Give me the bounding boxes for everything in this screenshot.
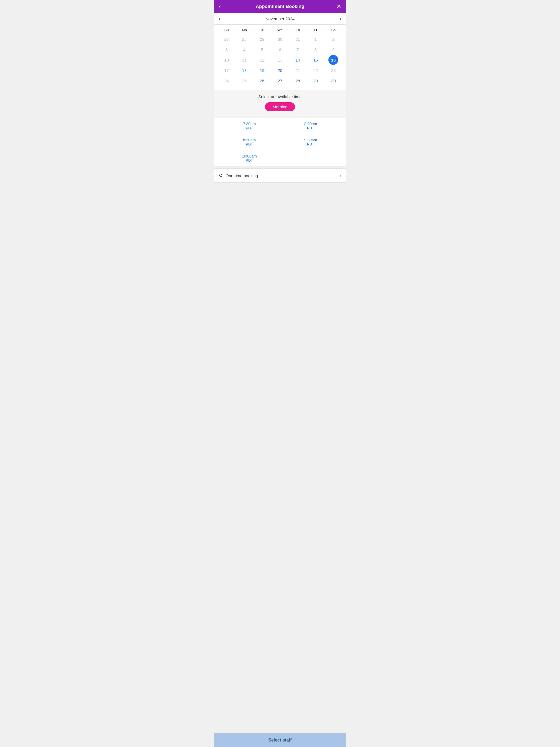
day-name-mo: Mo [235,27,253,33]
calendar-day[interactable]: 28 [293,76,303,85]
day-name-fr: Fr [307,27,325,33]
slot-time: 10:00am [221,154,278,158]
calendar-day: 28 [239,34,249,44]
month-label: November 2024 [265,17,295,21]
time-slot[interactable]: 7:30amPDT [219,118,280,134]
slot-tz: PDT [282,126,339,130]
calendar-day: 7 [293,45,303,54]
prev-month-button[interactable]: ‹ [217,15,223,23]
calendar-day: 6 [275,45,285,54]
slot-time: 9:30am [282,138,339,142]
back-button[interactable]: ‹ [217,2,223,11]
time-slot[interactable]: 10:00amPDT [219,150,280,166]
calendar-day: 29 [257,34,267,44]
calendar-day: 21 [293,66,303,75]
time-slot[interactable]: 8:00amPDT [280,118,341,134]
calendar-day[interactable]: 30 [328,76,338,85]
calendar-day: 10 [222,55,232,65]
day-name-su: Su [218,27,235,33]
chevron-right-icon: › [339,173,341,179]
slot-tz: PDT [282,142,339,146]
calendar-day[interactable]: 15 [311,55,321,65]
calendar-day: 12 [257,55,267,65]
morning-filter-button[interactable]: Morning [265,102,295,111]
calendar-day: 17 [222,66,232,75]
calendar-day: 27 [222,34,232,44]
calendar-day[interactable]: 19 [257,66,267,75]
calendar-day: 24 [222,76,232,85]
one-time-booking-row[interactable]: ↺ One-time booking › [214,169,346,183]
select-time-label: Select an available time [214,94,346,99]
calendar-day: 8 [311,45,321,54]
calendar-day[interactable]: 18 [239,66,249,75]
calendar-day: 1 [311,34,321,44]
calendar-day: 31 [293,34,303,44]
day-name-th: Th [289,27,307,33]
calendar-day: 22 [311,66,321,75]
calendar-day: 11 [239,55,249,65]
slot-time: 8:00am [282,122,339,126]
app-header: ‹ Appointment Booking ✕ [214,0,346,13]
calendar-day: 25 [239,76,249,85]
calendar-day: 30 [275,34,285,44]
slot-time: 7:30am [221,122,278,126]
day-name-sa: Sa [325,27,342,33]
one-time-booking-label: One-time booking [226,173,258,178]
calendar-day[interactable]: 14 [293,55,303,65]
calendar-day[interactable]: 27 [275,76,285,85]
time-slot[interactable]: 9:30amPDT [280,134,341,150]
calendar-day: 9 [328,45,338,54]
calendar-day: 13 [275,55,285,65]
time-slot [280,150,341,166]
calendar-day: 3 [222,45,232,54]
slot-tz: PDT [221,142,278,146]
time-section: Select an available time Morning [214,90,346,118]
select-staff-bar[interactable]: Select staff [214,733,346,747]
select-staff-label: Select staff [268,738,291,742]
calendar-day-headers: SuMoTuWeThFrSa [218,27,342,33]
close-button[interactable]: ✕ [334,2,343,11]
next-month-button[interactable]: › [337,15,343,23]
calendar-grid: 2728293031123456789101112131415161718192… [218,34,342,85]
slot-tz: PDT [221,158,278,162]
calendar-day[interactable]: 26 [257,76,267,85]
calendar-day[interactable]: 20 [275,66,285,75]
recurrence-icon: ↺ [219,173,223,179]
calendar-day[interactable]: 29 [311,76,321,85]
calendar-day: 4 [239,45,249,54]
calendar-nav: ‹ November 2024 › [214,13,346,25]
calendar: SuMoTuWeThFrSa 2728293031123456789101112… [214,25,346,90]
page-title: Appointment Booking [256,4,304,9]
slot-tz: PDT [221,126,278,130]
slot-time: 8:30am [221,138,278,142]
day-name-tu: Tu [253,27,271,33]
calendar-day: 2 [328,34,338,44]
calendar-day[interactable]: 16 [328,55,338,65]
time-slot[interactable]: 8:30amPDT [219,134,280,150]
time-slots-grid: 7:30amPDT8:00amPDT8:30amPDT9:30amPDT10:0… [214,118,346,166]
calendar-day: 23 [328,66,338,75]
time-filter-row: Morning [214,102,346,111]
calendar-day: 5 [257,45,267,54]
day-name-we: We [271,27,289,33]
